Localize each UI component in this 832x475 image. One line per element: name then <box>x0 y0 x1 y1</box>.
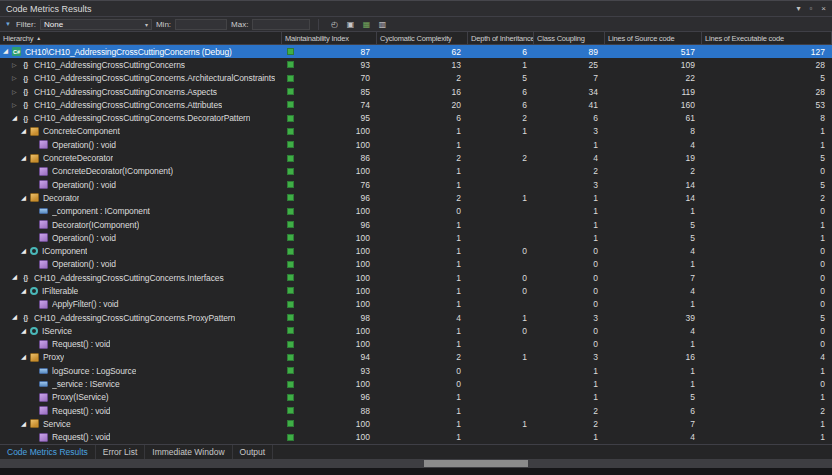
tab-code-metrics-results[interactable]: Code Metrics Results <box>0 445 96 459</box>
namespace-icon: {} <box>21 74 30 83</box>
collapse-arrow-icon[interactable]: ◢ <box>21 354 30 361</box>
metric-value: 1 <box>702 138 832 151</box>
expand-arrow-icon[interactable]: ▷ <box>12 62 21 68</box>
collapse-arrow-icon[interactable]: ◢ <box>21 421 30 428</box>
namespace-icon: {} <box>21 100 30 109</box>
maintainability-index-cell: 100 <box>282 284 377 297</box>
table-row[interactable]: ◢ConcreteComponent10011381 <box>0 125 832 138</box>
table-row[interactable]: Operation() : void7613145 <box>0 178 832 191</box>
table-row[interactable]: ▷{}CH10_AddressingCrossCuttingConcerns.A… <box>0 98 832 111</box>
table-row[interactable]: ConcreteDecorator(IComponent)1001220 <box>0 165 832 178</box>
collapse-arrow-icon[interactable]: ◢ <box>21 288 30 295</box>
maintainability-index-cell: 100 <box>282 417 377 430</box>
metric-value: 1 <box>377 125 468 138</box>
table-row[interactable]: Operation() : void1001151 <box>0 231 832 244</box>
column-header-class-coupling[interactable]: Class Coupling <box>534 32 605 44</box>
expand-arrow-icon[interactable]: ▷ <box>12 102 21 108</box>
collapse-arrow-icon[interactable]: ◢ <box>21 328 30 335</box>
hierarchy-cell: ▷{}CH10_AddressingCrossCuttingConcerns.A… <box>0 72 282 85</box>
tab-error-list[interactable]: Error List <box>96 445 145 459</box>
collapse-arrow-icon[interactable]: ◢ <box>21 248 30 255</box>
field-icon <box>39 368 48 374</box>
min-input[interactable] <box>175 19 227 30</box>
collapse-arrow-icon[interactable]: ◢ <box>12 274 21 281</box>
metric-value: 5 <box>468 72 534 85</box>
maintainability-indicator-icon <box>287 141 294 148</box>
table-row[interactable]: ▷{}CH10_AddressingCrossCuttingConcerns93… <box>0 58 832 71</box>
metric-value: 2 <box>468 151 534 164</box>
table-row[interactable]: _service : IService1000110 <box>0 377 832 390</box>
maintainability-index-value: 88 <box>361 406 370 416</box>
expand-arrow-icon[interactable]: ▷ <box>12 75 21 81</box>
collapse-arrow-icon[interactable]: ◢ <box>12 314 21 321</box>
table-row[interactable]: Operation() : void1001010 <box>0 258 832 271</box>
export-excel-icon[interactable]: ▦ <box>359 18 373 30</box>
maintainability-index-value: 96 <box>361 193 370 203</box>
row-label: Request() : void <box>52 339 110 349</box>
column-header-lines-of-executable-code[interactable]: Lines of Executable code <box>702 32 832 44</box>
horizontal-scrollbar[interactable] <box>0 459 832 468</box>
table-row[interactable]: _component : IComponent1000110 <box>0 205 832 218</box>
row-label: Operation() : void <box>52 140 116 150</box>
column-header-hierarchy[interactable]: Hierarchy▲ <box>0 32 282 44</box>
table-row[interactable]: ◢IService10010040 <box>0 324 832 337</box>
recalculate-icon[interactable]: ◴ <box>327 18 341 30</box>
table-row[interactable]: ◢IComponent10010040 <box>0 244 832 257</box>
metric-value: 1 <box>377 258 468 271</box>
tool-window-titlebar[interactable]: Code Metrics Results ▾▫× <box>0 0 832 17</box>
maintainability-index-cell: 100 <box>282 298 377 311</box>
max-input[interactable] <box>252 19 310 30</box>
table-row[interactable]: ◢IFilterable10010040 <box>0 284 832 297</box>
table-row[interactable]: Request() : void1001010 <box>0 338 832 351</box>
metric-value <box>468 205 534 218</box>
metric-value: 2 <box>702 404 832 417</box>
table-row[interactable]: Operation() : void1001141 <box>0 138 832 151</box>
collapse-arrow-icon[interactable]: ◢ <box>12 115 21 122</box>
close-icon[interactable]: × <box>821 5 826 13</box>
collapse-arrow-icon[interactable]: ◢ <box>21 128 30 135</box>
metric-value: 0 <box>702 271 832 284</box>
table-row[interactable]: ApplyFilter() : void1001010 <box>0 298 832 311</box>
table-row[interactable]: ◢Service10011271 <box>0 417 832 430</box>
expand-arrow-icon[interactable]: ▷ <box>12 89 21 95</box>
filter-dropdown[interactable]: None ▾ <box>40 19 152 30</box>
metric-value: 1 <box>702 417 832 430</box>
table-row[interactable]: ◢Proxy94213164 <box>0 351 832 364</box>
table-row[interactable]: Request() : void1001141 <box>0 431 832 444</box>
tab-immediate-window[interactable]: Immediate Window <box>145 445 232 459</box>
maintainability-indicator-icon <box>287 407 294 414</box>
table-row[interactable]: Proxy(IService)961151 <box>0 391 832 404</box>
metric-value: 1 <box>534 431 605 444</box>
table-row[interactable]: ◢{}CH10_AddressingCrossCuttingConcerns.D… <box>0 111 832 124</box>
column-header-maintainability-index[interactable]: Maintainability Index <box>282 32 377 44</box>
table-row[interactable]: logSource : LogSource930111 <box>0 364 832 377</box>
table-row[interactable]: ▷{}CH10_AddressingCrossCuttingConcerns.A… <box>0 85 832 98</box>
maintainability-indicator-icon <box>287 61 294 68</box>
chevron-down-icon: ▾ <box>145 21 148 28</box>
copy-icon[interactable]: ▣ <box>343 18 357 30</box>
float-window-icon[interactable]: ▫ <box>809 5 812 13</box>
collapse-arrow-icon[interactable]: ◢ <box>3 48 12 55</box>
table-row[interactable]: ◢{}CH10_AddressingCrossCuttingConcerns.I… <box>0 271 832 284</box>
table-row[interactable]: ◢Decorator96211142 <box>0 191 832 204</box>
scrollbar-thumb[interactable] <box>424 460 528 467</box>
tab-output[interactable]: Output <box>233 445 274 459</box>
table-row[interactable]: Decorator(IComponent)961151 <box>0 218 832 231</box>
row-label: CH10_AddressingCrossCuttingConcerns.Inte… <box>34 273 224 283</box>
table-row[interactable]: Request() : void881262 <box>0 404 832 417</box>
table-row[interactable]: ◢{}CH10_AddressingCrossCuttingConcerns.P… <box>0 311 832 324</box>
column-header-depth-of-inheritance[interactable]: Depth of Inheritance <box>468 32 534 44</box>
column-header-cyclomatic-complexity[interactable]: Cyclomatic Complexity <box>377 32 468 44</box>
table-row[interactable]: ▷{}CH10_AddressingCrossCuttingConcerns.A… <box>0 72 832 85</box>
collapse-arrow-icon[interactable]: ◢ <box>21 195 30 202</box>
collapse-arrow-icon[interactable]: ◢ <box>21 155 30 162</box>
column-header-lines-of-source-code[interactable]: Lines of Source code <box>605 32 702 44</box>
table-row[interactable]: ◢C#CH10\CH10_AddressingCrossCuttingConce… <box>0 45 832 58</box>
metric-value: 517 <box>605 45 702 58</box>
table-row[interactable]: ◢ConcreteDecorator86224195 <box>0 151 832 164</box>
maintainability-indicator-icon <box>287 341 294 348</box>
window-position-icon[interactable]: ▾ <box>796 5 800 13</box>
metric-value: 3 <box>534 351 605 364</box>
maintainability-index-value: 100 <box>356 166 370 176</box>
column-options-icon[interactable]: ▥ <box>375 18 389 30</box>
